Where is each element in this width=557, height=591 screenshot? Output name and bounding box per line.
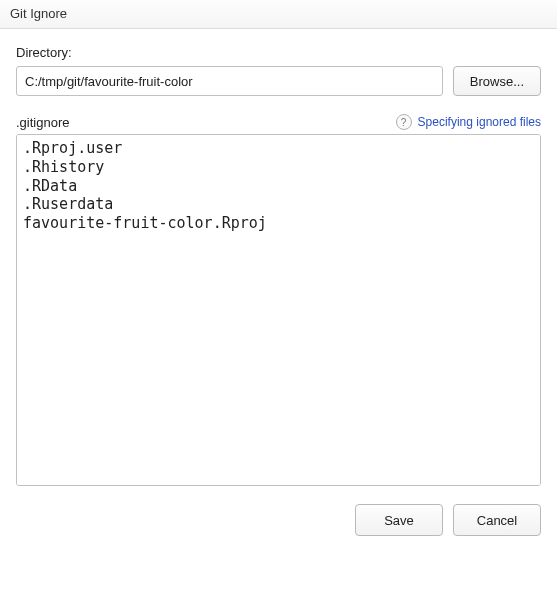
directory-label: Directory:	[16, 45, 541, 60]
directory-row: Browse...	[16, 66, 541, 96]
help-link-group: ? Specifying ignored files	[396, 114, 541, 130]
cancel-button[interactable]: Cancel	[453, 504, 541, 536]
window-titlebar: Git Ignore	[0, 0, 557, 29]
dialog-footer: Save Cancel	[0, 486, 557, 552]
dialog-content: Directory: Browse... .gitignore ? Specif…	[0, 29, 557, 486]
help-icon[interactable]: ?	[396, 114, 412, 130]
directory-input[interactable]	[16, 66, 443, 96]
gitignore-textarea[interactable]	[17, 135, 540, 485]
gitignore-textarea-wrap	[16, 134, 541, 486]
browse-button[interactable]: Browse...	[453, 66, 541, 96]
specifying-ignored-files-link[interactable]: Specifying ignored files	[418, 115, 541, 129]
gitignore-header: .gitignore ? Specifying ignored files	[16, 114, 541, 130]
window-title: Git Ignore	[10, 6, 67, 21]
gitignore-label: .gitignore	[16, 115, 69, 130]
save-button[interactable]: Save	[355, 504, 443, 536]
